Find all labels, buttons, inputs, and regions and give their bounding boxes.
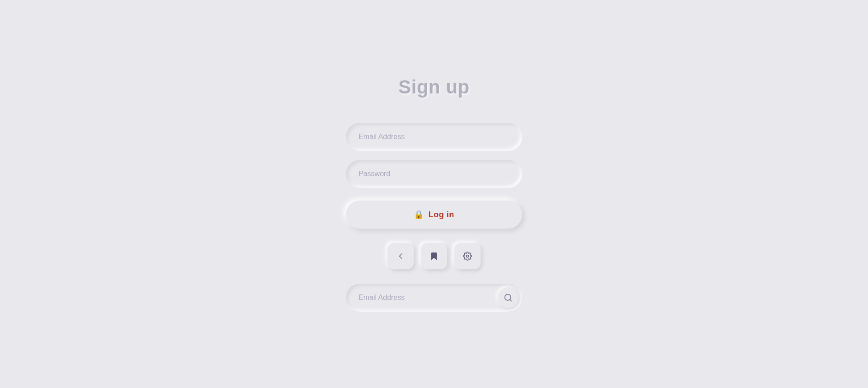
arrow-left-icon — [396, 252, 405, 261]
search-button[interactable] — [498, 287, 519, 308]
bookmark-button[interactable] — [421, 243, 447, 269]
search-email-input[interactable] — [359, 294, 498, 302]
page-title: Sign up — [398, 76, 469, 98]
signup-form: 🔒 Log in — [346, 123, 522, 312]
login-button-label: Log in — [429, 210, 454, 220]
search-input-row — [346, 284, 522, 312]
login-button[interactable]: 🔒 Log in — [346, 201, 522, 229]
icon-buttons-row — [387, 243, 481, 269]
search-icon — [504, 293, 513, 302]
svg-line-2 — [510, 299, 512, 301]
password-input[interactable] — [346, 160, 522, 188]
page-container: Sign up 🔒 Log in — [0, 76, 868, 312]
lock-icon: 🔒 — [414, 210, 424, 220]
email-input[interactable] — [346, 123, 522, 151]
bookmark-icon — [429, 252, 439, 261]
svg-point-0 — [467, 255, 469, 257]
back-button[interactable] — [387, 243, 414, 269]
gear-icon — [463, 252, 472, 261]
settings-button[interactable] — [454, 243, 481, 269]
